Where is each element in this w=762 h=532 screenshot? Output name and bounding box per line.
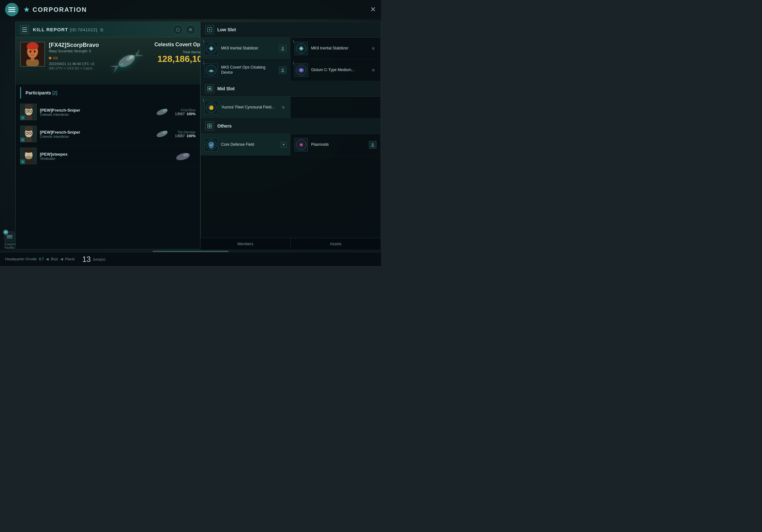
- kill-badge-text: Kill: [53, 56, 58, 60]
- slot-info: MK9 Inertial Stabilizer: [311, 46, 367, 51]
- slot-item[interactable]: Plasmoids: [291, 134, 381, 156]
- participant-name-1: [PEW]French-Sniper: [40, 108, 149, 112]
- kill-report-title: KILL REPORT [ID:7041022] ⎘: [33, 27, 103, 32]
- kill-timestamp: 2022/04/21 11:46:40 UTC +3: [49, 62, 99, 66]
- svg-text:✊: ✊: [209, 105, 214, 110]
- slot-item[interactable]: 1 ✊ 'Aurora' Fleet Cynosural Field... ✕: [201, 97, 291, 118]
- svg-rect-64: [210, 126, 212, 128]
- participant-portrait-2: ★: [20, 126, 37, 142]
- participant-ship-3: Vindicator: [40, 157, 170, 161]
- others-grid: Core Defense Field ▼ Plasmoids: [201, 134, 381, 156]
- rank-star-icon: ★: [21, 137, 25, 142]
- next2: Placid: [65, 257, 75, 261]
- mid-slot-header: Mid Slot: [201, 81, 381, 97]
- slot-info: MK9 Inertial Stabilizer: [221, 46, 276, 51]
- kill-badge-dot: [49, 57, 51, 59]
- slot-item[interactable]: 1 MK5 Covert Ops Cloaking Device: [201, 59, 291, 81]
- participant-ship-img-1: [153, 105, 172, 118]
- slot-qty: 1: [203, 39, 204, 43]
- close-kill-report-button[interactable]: ✕: [186, 25, 195, 35]
- slot-info: Plasmoids: [311, 142, 366, 147]
- participant-info-1: [PEW]French-Sniper Celestis Interdictor: [40, 108, 149, 116]
- participant-row[interactable]: ★ [PEW]French-Sniper Celestis Interdicto…: [16, 101, 200, 123]
- svg-rect-61: [207, 124, 209, 126]
- tab-assets[interactable]: Assets: [291, 238, 381, 249]
- participant-stat-label-2: Top Damage: [175, 130, 195, 134]
- svg-rect-13: [31, 57, 34, 60]
- slot-item[interactable]: 1 MK9 Inertial Stabilizer: [201, 37, 291, 59]
- kill-report-menu-button[interactable]: [20, 25, 29, 34]
- svg-point-55: [300, 69, 302, 71]
- next1: Beyt: [51, 257, 58, 261]
- slot-info: 'Aurora' Fleet Cynosural Field...: [221, 105, 277, 110]
- rank-star-icon: ★: [21, 115, 25, 120]
- app-close-button[interactable]: ✕: [370, 5, 376, 14]
- svg-point-31: [25, 126, 33, 131]
- slot-name: Plasmoids: [311, 142, 366, 147]
- svg-rect-9: [27, 45, 38, 48]
- ship-class: Celestis Covert Ops: [154, 42, 203, 47]
- slot-empty: [291, 97, 381, 118]
- slot-close-button[interactable]: ✕: [370, 45, 377, 52]
- participant-damage-1: 13587: [175, 112, 185, 116]
- slot-item[interactable]: Core Defense Field ▼: [201, 134, 291, 156]
- slot-item[interactable]: 1 Gistum C-Type Medium... ✕: [291, 59, 381, 81]
- tab-members[interactable]: Members: [200, 238, 291, 249]
- low-slot-title: Low Slot: [217, 27, 236, 32]
- svg-point-48: [282, 47, 284, 49]
- participant-row[interactable]: ★ [PEW]French-Sniper Celestis Interdicto…: [16, 123, 200, 145]
- top-bar: ★ CORPORATION ✕: [0, 0, 381, 19]
- svg-point-14: [117, 53, 137, 69]
- corporation-title: CORPORATION: [33, 6, 87, 13]
- bottom-tabs: Members Assets: [200, 238, 381, 249]
- svg-point-43: [176, 152, 191, 162]
- jumps-number: 13: [82, 255, 91, 264]
- participant-portrait-3: ★: [20, 148, 37, 164]
- slot-qty: 1: [293, 39, 294, 43]
- svg-point-10: [30, 50, 32, 53]
- nav-separator-2: ◀: [60, 257, 63, 261]
- slot-person-button[interactable]: [369, 141, 377, 149]
- slot-icon: [294, 42, 308, 55]
- svg-rect-0: [8, 7, 15, 8]
- svg-rect-1: [8, 9, 15, 10]
- svg-point-41: [25, 148, 33, 153]
- low-slot-grid: 1 MK9 Inertial Stabilizer 1: [201, 37, 381, 81]
- export-button[interactable]: ⬡: [173, 25, 183, 35]
- svg-rect-4: [22, 29, 27, 30]
- participant-stat-label-1: Final Blow: [175, 108, 195, 112]
- kill-report-id: [ID:7041022]: [70, 28, 97, 32]
- slot-name: MK9 Inertial Stabilizer: [311, 46, 367, 51]
- low-slot-icon: [205, 25, 214, 34]
- svg-rect-32: [26, 137, 32, 142]
- slot-close-button[interactable]: ✕: [280, 104, 286, 111]
- slot-person-button[interactable]: [279, 45, 286, 52]
- slot-qty: 1: [293, 61, 294, 65]
- participant-ship-img-2: [153, 128, 172, 140]
- slot-close-button[interactable]: ✕: [370, 67, 377, 73]
- copy-icon[interactable]: ⎘: [101, 28, 103, 32]
- participant-name-3: [PEW]steepex: [40, 152, 170, 157]
- bottom-bar: Headquarter Orvolle 0.7 ◀ Beyt ◀ Placid …: [0, 252, 381, 266]
- app-title: ★ CORPORATION: [24, 6, 87, 13]
- participants-section: Participants [2] ★ [PEW]French-Snip: [16, 85, 200, 249]
- participant-stat-row-2: 13587 100%: [175, 134, 195, 138]
- slot-icon: ✊: [204, 101, 218, 114]
- slot-icon: [204, 138, 218, 152]
- svg-rect-3: [22, 28, 27, 28]
- participant-pct-1: 100%: [187, 112, 195, 116]
- participant-pct-2: 100%: [187, 134, 195, 138]
- svg-rect-62: [210, 124, 212, 126]
- svg-point-22: [25, 104, 33, 109]
- slot-expand-button[interactable]: ▼: [281, 142, 286, 148]
- kill-report-panel: KILL REPORT [ID:7041022] ⎘ ⬡ ✕: [15, 22, 200, 249]
- corp-facility-number: 30: [3, 230, 8, 235]
- slot-item[interactable]: 1 MK9 Inertial Stabilizer ✕: [291, 37, 381, 59]
- kill-report-header: KILL REPORT [ID:7041022] ⎘ ⬡ ✕: [16, 22, 200, 37]
- jumps-label: Jump(s): [93, 257, 105, 261]
- slot-person-button[interactable]: [279, 66, 286, 74]
- svg-rect-23: [26, 115, 32, 120]
- svg-point-52: [210, 70, 212, 72]
- participant-row[interactable]: ★ [PEW]steepex Vindicator: [16, 145, 200, 167]
- menu-button[interactable]: [5, 3, 19, 16]
